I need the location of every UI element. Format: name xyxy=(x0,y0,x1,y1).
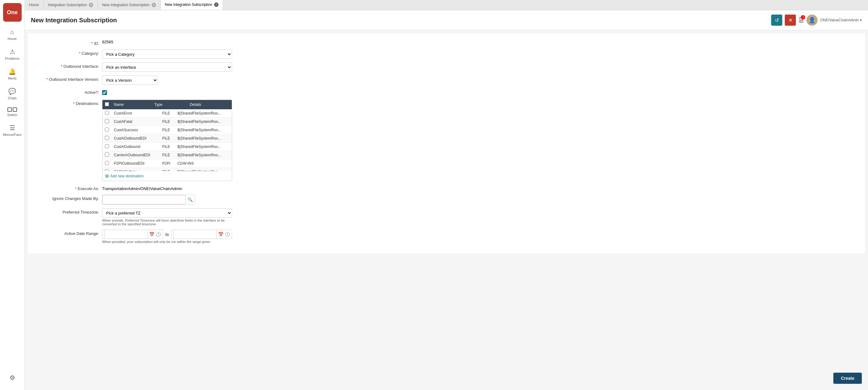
calendar-start-icon[interactable]: 📅 xyxy=(149,232,154,237)
tab-integration-subscription[interactable]: Integration Subscription ✕ xyxy=(43,0,98,9)
app-logo[interactable]: One xyxy=(3,3,22,22)
destinations-scroll[interactable]: CustAError FILE ${SharedFileSystemRoo...… xyxy=(102,109,232,171)
outbound-version-select[interactable]: Pick a Version xyxy=(102,76,158,85)
tab-close-new-1[interactable]: ✕ xyxy=(152,3,156,7)
destinations-table: Name Type Details xyxy=(102,100,232,109)
row-type: P2PI xyxy=(160,159,175,168)
tab-close-new-2[interactable]: ✕ xyxy=(214,2,218,7)
sidebar-item-problems[interactable]: ⚠ Problems xyxy=(0,44,25,64)
form-row-ignore-changes: Ignore Changes Made By: 🔍 xyxy=(37,195,856,205)
form-row-destinations: * Destinations: Name Type xyxy=(37,100,856,181)
ignore-changes-control: 🔍 xyxy=(102,195,232,205)
row-check[interactable] xyxy=(102,159,112,168)
sidebar-item-alerts[interactable]: 🔔 Alerts xyxy=(0,64,25,84)
form-row-active: Active?: xyxy=(37,89,856,96)
refresh-button[interactable]: ↺ xyxy=(771,14,782,26)
outbound-interface-control: Pick an Interface xyxy=(102,62,232,72)
id-label: * ID: xyxy=(37,40,102,46)
close-form-button[interactable]: ✕ xyxy=(785,14,796,26)
row-name: CustAOutbound xyxy=(112,143,160,151)
active-checkbox[interactable] xyxy=(102,90,107,95)
start-date-input[interactable] xyxy=(104,230,148,239)
notification-badge: 1 xyxy=(801,15,805,20)
user-dropdown[interactable]: ONEIValueChainAdmin ▾ xyxy=(820,18,862,22)
table-row[interactable]: CarrierAOutboundEDI FILE ${SharedFileSys… xyxy=(102,151,232,159)
table-row[interactable]: P2PIOutboundEDI P2PI CGW-INS xyxy=(102,159,232,168)
select-all-checkbox[interactable] xyxy=(105,102,109,106)
preferred-tz-select[interactable]: Pick a preferred TZ xyxy=(102,208,232,218)
plus-icon: ⊕ xyxy=(105,173,109,179)
table-row[interactable]: CustASuccess FILE ${SharedFileSystemRoo.… xyxy=(102,126,232,134)
category-select[interactable]: Pick a Category xyxy=(102,50,232,59)
outbound-version-control: Pick a Version xyxy=(102,76,232,85)
preferred-tz-label: Preferred Timezone: xyxy=(37,208,102,214)
tab-home[interactable]: Home xyxy=(25,0,43,9)
row-type: FILE xyxy=(160,168,175,172)
col-name: Name xyxy=(112,100,152,109)
tab-close-integration[interactable]: ✕ xyxy=(89,3,93,7)
tab-new-integration-2[interactable]: New Integration Subscription ✕ xyxy=(161,0,223,10)
chevron-down-icon: ▾ xyxy=(860,18,862,22)
row-check[interactable] xyxy=(102,143,112,151)
row-name: P2PIOutboundEDI xyxy=(112,159,160,168)
tab-new-integration-1[interactable]: New Integration Subscription ✕ xyxy=(98,0,160,9)
table-row[interactable]: CustAFatal FILE ${SharedFileSystemRoo... xyxy=(102,118,232,126)
clock-start-icon[interactable]: 🕐 xyxy=(156,232,161,237)
outbound-version-label: * Outbound Interface Version: xyxy=(37,76,102,82)
page-header: New Integration Subscription ↺ ✕ ☰ 1 👤 O… xyxy=(25,10,868,30)
sidebar-item-settings[interactable]: ⚙ xyxy=(8,370,17,385)
preferred-tz-control: Pick a preferred TZ When provide, Prefer… xyxy=(102,208,232,226)
form-row-category: * Category: Pick a Category xyxy=(37,50,856,59)
row-check[interactable] xyxy=(102,118,112,126)
category-control: Pick a Category xyxy=(102,50,232,59)
destinations-table-container: Name Type Details CustAError xyxy=(102,100,232,181)
active-checkbox-wrap xyxy=(102,89,107,96)
id-value: 82565 xyxy=(102,38,113,44)
date-range-control: 📅 🕐 to 📅 🕐 When provided, your subscript… xyxy=(102,230,232,244)
search-button[interactable]: 🔍 xyxy=(186,197,195,202)
calendar-end-icon[interactable]: 📅 xyxy=(218,232,223,237)
row-check[interactable] xyxy=(102,109,112,118)
sidebar-item-switch[interactable]: Switch xyxy=(0,104,25,120)
row-type: FILE xyxy=(160,109,175,118)
execute-as-label: * Execute As: xyxy=(37,185,102,191)
form-row-preferred-tz: Preferred Timezone: Pick a preferred TZ … xyxy=(37,208,856,226)
col-check xyxy=(102,100,112,109)
outbound-interface-label: * Outbound Interface: xyxy=(37,62,102,69)
sidebar-item-home[interactable]: ⌂ Home xyxy=(0,25,25,44)
end-date-input[interactable] xyxy=(173,230,217,239)
row-name: CustAError xyxy=(112,109,160,118)
create-button[interactable]: Create xyxy=(833,373,862,384)
id-value-container: 82565 xyxy=(102,40,232,44)
table-row[interactable]: CustAOutbound FILE ${SharedFileSystemRoo… xyxy=(102,143,232,151)
switch-icon xyxy=(7,108,17,112)
row-type: FILE xyxy=(160,126,175,134)
col-details: Details xyxy=(187,100,232,109)
sidebar-item-chats[interactable]: 💬 Chats xyxy=(0,84,25,104)
table-row[interactable]: CustAOutboundEDI FILE ${SharedFileSystem… xyxy=(102,134,232,143)
table-row[interactable]: CustAError FILE ${SharedFileSystemRoo... xyxy=(102,109,232,118)
active-label: Active?: xyxy=(37,89,102,95)
outbound-interface-select[interactable]: Pick an Interface xyxy=(102,62,232,72)
tz-hint: When provide, Preferred Timezone will fo… xyxy=(102,218,232,226)
destinations-body-table: CustAError FILE ${SharedFileSystemRoo...… xyxy=(102,109,232,171)
menu-button[interactable]: ☰ 1 xyxy=(798,17,804,24)
date-range-hint: When provided, your subscription will on… xyxy=(102,240,232,244)
row-check[interactable] xyxy=(102,168,112,172)
row-check[interactable] xyxy=(102,134,112,143)
clock-end-icon[interactable]: 🕐 xyxy=(225,232,230,237)
col-type: Type xyxy=(152,100,188,109)
bell-icon: 🔔 xyxy=(8,68,16,75)
row-details: ${SharedFileSystemRoo... xyxy=(175,151,232,159)
sidebar-item-menus[interactable]: ☰ Menus/Favs xyxy=(0,120,25,140)
row-check[interactable] xyxy=(102,126,112,134)
start-date-wrap: 📅 🕐 xyxy=(102,230,163,239)
destinations-header-row: Name Type Details xyxy=(102,100,232,109)
row-details: ${SharedFileSystemRoo... xyxy=(175,126,232,134)
date-range-wrap: 📅 🕐 to 📅 🕐 xyxy=(102,230,232,239)
add-destination-button[interactable]: ⊕ Add new destination xyxy=(102,171,232,181)
page-title: New Integration Subscription xyxy=(31,17,117,24)
row-check[interactable] xyxy=(102,151,112,159)
table-row[interactable]: CARAOutbox FILE ${SharedFileSystemRoo... xyxy=(102,168,232,172)
ignore-changes-input[interactable] xyxy=(102,195,186,204)
